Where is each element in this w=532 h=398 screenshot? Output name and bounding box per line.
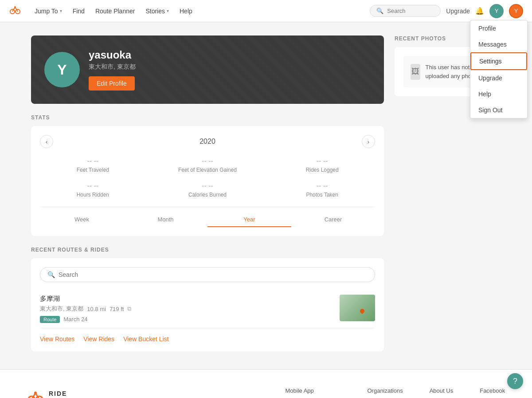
footer-logo-text: RIDE	[49, 390, 81, 398]
route-info: 多摩湖 東大和市, 東京都 10.8 mi 719 ft ⧉ Route Mar…	[40, 295, 334, 323]
prev-year-button[interactable]: ‹	[40, 135, 53, 148]
search-input[interactable]	[387, 8, 434, 14]
stat-rides-value: -- --	[269, 157, 375, 165]
footer-organizations[interactable]: Organizations	[367, 387, 403, 394]
nav-find-label: Find	[73, 8, 85, 15]
search-bar[interactable]: 🔍	[370, 5, 441, 17]
main-content: Y yasuoka 東大和市, 東京都 Edit Profile STATS ‹…	[22, 35, 510, 351]
navbar-right: 🔍 Upgrade 🔔 Y Y	[370, 4, 523, 18]
help-button[interactable]: ?	[507, 373, 523, 389]
profile-bg-pattern	[31, 35, 384, 104]
nav-items: Jump To ▾ Find Route Planner Stories ▾ H…	[30, 5, 370, 17]
stat-calories-value: -- --	[155, 182, 261, 190]
bell-icon[interactable]: 🔔	[475, 7, 484, 15]
stat-feet-traveled-label: Feet Traveled	[40, 167, 146, 173]
dropdown-upgrade[interactable]: Upgrade	[470, 70, 527, 86]
footer-logo-text-block: RIDE WITH GPS	[49, 390, 81, 398]
tab-month[interactable]: Month	[124, 213, 207, 227]
stats-year-nav: ‹ 2020 ›	[40, 135, 375, 148]
view-routes-link[interactable]: View Routes	[40, 335, 74, 343]
nav-help-label: Help	[180, 8, 192, 15]
footer-top: RIDE WITH GPS Mobile App Mobile Route Pl…	[27, 387, 505, 398]
dropdown-menu: Profile Messages Settings Upgrade Help S…	[470, 20, 528, 118]
stat-calories-label: Calories Burned	[155, 192, 261, 198]
logo[interactable]	[9, 4, 21, 19]
tab-career[interactable]: Career	[291, 213, 375, 227]
view-rides-link[interactable]: View Rides	[83, 335, 114, 343]
footer-about-us[interactable]: About Us	[430, 387, 453, 394]
svg-point-2	[14, 6, 16, 8]
search-routes-icon: 🔍	[47, 271, 55, 278]
stat-hours-label: Hours Ridden	[40, 192, 146, 198]
stats-section-title: STATS	[31, 114, 384, 121]
nav-find[interactable]: Find	[68, 5, 89, 17]
avatar-initial: Y	[57, 62, 66, 78]
footer-logo[interactable]: RIDE WITH GPS	[27, 387, 81, 398]
avatar-trigger-letter: Y	[514, 8, 518, 14]
chevron-down-icon: ▾	[167, 8, 169, 13]
profile-card: Y yasuoka 東大和市, 東京都 Edit Profile	[31, 35, 384, 104]
upgrade-button[interactable]: Upgrade	[446, 8, 470, 15]
route-name[interactable]: 多摩湖	[40, 295, 334, 303]
route-date: March 24	[63, 316, 87, 323]
logo-icon	[9, 4, 21, 16]
footer-col-1: Mobile App Mobile Route Planner Integrat…	[285, 387, 340, 398]
svg-point-5	[34, 391, 37, 394]
stat-photos-label: Photos Taken	[269, 192, 375, 198]
tab-week[interactable]: Week	[40, 213, 124, 227]
profile-name: yasuoka	[89, 49, 136, 61]
nav-jump-to[interactable]: Jump To ▾	[30, 5, 66, 17]
dropdown-settings[interactable]: Settings	[470, 52, 527, 70]
footer-col-2: Organizations Experiences Careers Contac…	[367, 387, 403, 398]
user-avatar-trigger[interactable]: Y	[509, 4, 523, 18]
tab-year[interactable]: Year	[207, 213, 291, 227]
routes-links: View Routes View Rides View Bucket List	[40, 335, 375, 343]
routes-card: 🔍 多摩湖 東大和市, 東京都 10.8 mi 719 ft ⧉ Route M…	[31, 258, 384, 351]
footer-facebook[interactable]: Facebook	[480, 387, 505, 394]
footer-mobile-app[interactable]: Mobile App	[285, 387, 340, 394]
dropdown-help[interactable]: Help	[470, 86, 527, 102]
route-footer: Route March 24	[40, 315, 334, 323]
route-elevation: 719 ft	[110, 306, 124, 312]
view-bucket-list-link[interactable]: View Bucket List	[123, 335, 168, 343]
search-icon: 🔍	[376, 8, 383, 14]
map-pin-icon	[359, 308, 365, 314]
footer: RIDE WITH GPS Mobile App Mobile Route Pl…	[0, 369, 532, 398]
photo-icon: 🖼	[411, 64, 420, 80]
dropdown-messages[interactable]: Messages	[470, 36, 527, 52]
dropdown-profile[interactable]: Profile	[470, 20, 527, 36]
avatar: Y	[44, 52, 80, 87]
route-type-badge: Route	[40, 316, 60, 323]
nav-jump-to-label: Jump To	[35, 8, 58, 15]
user-avatar-secondary[interactable]: Y	[489, 4, 504, 18]
dropdown-sign-out[interactable]: Sign Out	[470, 102, 527, 118]
edit-profile-button[interactable]: Edit Profile	[89, 76, 135, 91]
route-distance: 10.8 mi	[87, 306, 106, 312]
route-thumbnail[interactable]	[340, 295, 375, 321]
stat-feet-traveled: -- -- Feet Traveled	[40, 157, 146, 173]
nav-help[interactable]: Help	[175, 5, 197, 17]
nav-route-planner-label: Route Planner	[95, 8, 135, 15]
footer-col-3: About Us	[430, 387, 453, 398]
route-meta: 東大和市, 東京都 10.8 mi 719 ft ⧉	[40, 305, 334, 313]
stat-photos: -- -- Photos Taken	[269, 182, 375, 198]
routes-search-input[interactable]	[59, 271, 368, 278]
routes-section-title: RECENT ROUTES & RIDES	[31, 247, 384, 253]
profile-info: yasuoka 東大和市, 東京都 Edit Profile	[89, 49, 136, 91]
stat-elevation-value: -- --	[155, 157, 261, 165]
copy-icon: ⧉	[127, 305, 131, 312]
nav-route-planner[interactable]: Route Planner	[91, 5, 140, 17]
route-location: 東大和市, 東京都	[40, 305, 83, 313]
routes-search[interactable]: 🔍	[40, 267, 375, 282]
footer-links: Mobile App Mobile Route Planner Integrat…	[108, 387, 505, 398]
left-column: Y yasuoka 東大和市, 東京都 Edit Profile STATS ‹…	[31, 35, 384, 351]
stat-feet-traveled-value: -- --	[40, 157, 146, 165]
nav-stories-label: Stories	[145, 8, 165, 15]
table-row: 多摩湖 東大和市, 東京都 10.8 mi 719 ft ⧉ Route Mar…	[40, 289, 375, 328]
next-year-button[interactable]: ›	[362, 135, 375, 148]
footer-logo-icon	[27, 387, 44, 398]
stats-year: 2020	[200, 138, 215, 146]
nav-stories[interactable]: Stories ▾	[141, 5, 173, 17]
profile-location: 東大和市, 東京都	[89, 63, 136, 71]
stats-tabs: Week Month Year Career	[40, 207, 375, 227]
